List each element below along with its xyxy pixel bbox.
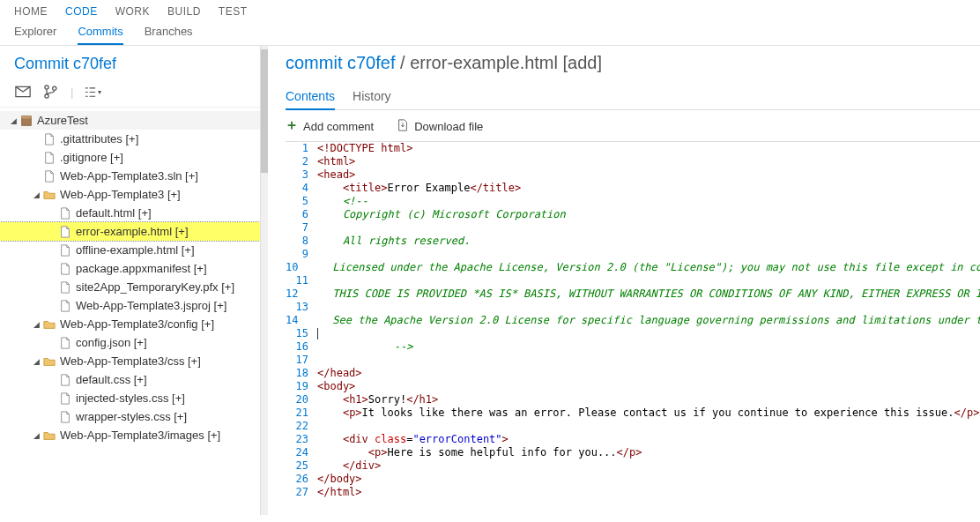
- line-number: 12: [286, 287, 307, 301]
- line-number: 5: [286, 195, 317, 208]
- top-nav: HOMECODEWORKBUILDTEST: [0, 0, 980, 21]
- code-line[interactable]: 8 All rights reserved.: [286, 235, 980, 248]
- topnav-work[interactable]: WORK: [115, 5, 150, 18]
- line-number: 14: [286, 314, 307, 327]
- mail-icon[interactable]: [14, 84, 32, 100]
- code-line[interactable]: 27</html>: [286, 486, 980, 499]
- code-line[interactable]: 19<body>: [286, 380, 980, 393]
- expand-caret-icon[interactable]: ◢: [30, 320, 42, 329]
- code-line[interactable]: 13: [286, 301, 980, 314]
- topnav-test[interactable]: TEST: [219, 5, 248, 18]
- code-line[interactable]: 11: [286, 274, 980, 287]
- expand-caret-icon[interactable]: ◢: [30, 357, 42, 366]
- code-line[interactable]: 10 Licensed under the Apache License, Ve…: [286, 261, 980, 274]
- code-line[interactable]: 20 <h1>Sorry!</h1>: [286, 393, 980, 406]
- line-number: 22: [286, 420, 317, 433]
- code-line[interactable]: 26</body>: [286, 473, 980, 486]
- download-file-button[interactable]: Download file: [397, 119, 483, 134]
- code-line[interactable]: 17: [286, 354, 980, 367]
- tree-item-label: offline-example.html [+]: [76, 243, 195, 257]
- tree-item[interactable]: ◢Web-App-Template3 [+]: [0, 185, 260, 204]
- tree-item-label: Web-App-Template3 [+]: [60, 188, 181, 201]
- code-content: All rights reserved.: [317, 235, 470, 248]
- code-line[interactable]: 9: [286, 248, 980, 261]
- plus-comment-icon: [286, 119, 298, 134]
- tree-item[interactable]: ◢Web-App-Template3/config [+]: [0, 315, 260, 333]
- tree-item-label: injected-styles.css [+]: [76, 392, 185, 405]
- file-icon: [42, 132, 56, 145]
- expand-caret-icon[interactable]: ◢: [7, 116, 19, 125]
- code-line[interactable]: 24 <p>Here is some helpful info for you.…: [286, 446, 980, 459]
- code-content: <h1>Sorry!</h1>: [317, 393, 438, 406]
- code-content: <!--: [317, 195, 368, 208]
- topnav-code[interactable]: CODE: [65, 5, 98, 18]
- tree-item[interactable]: ▶default.css [+]: [0, 370, 260, 389]
- tree-item[interactable]: ▶wrapper-styles.css [+]: [0, 407, 260, 426]
- file-tree: ◢AzureTest▶.gitattributes [+]▶.gitignore…: [0, 108, 260, 448]
- code-line[interactable]: 14 See the Apache Version 2.0 License fo…: [286, 314, 980, 327]
- commit-title[interactable]: Commit c70fef: [0, 46, 260, 80]
- branch-icon[interactable]: [42, 84, 60, 100]
- tree-item[interactable]: ◢AzureTest: [0, 111, 260, 130]
- line-number: 21: [286, 406, 317, 420]
- tree-item[interactable]: ▶.gitignore [+]: [0, 148, 260, 167]
- code-content: </body>: [317, 473, 362, 486]
- add-comment-button[interactable]: Add comment: [286, 119, 374, 134]
- code-line[interactable]: 16 -->: [286, 340, 980, 354]
- tree-item[interactable]: ▶Web-App-Template3.jsproj [+]: [0, 296, 260, 315]
- code-line[interactable]: 5 <!--: [286, 195, 980, 208]
- code-content: </html>: [317, 486, 362, 499]
- code-line[interactable]: 6 Copyright (c) Microsoft Corporation: [286, 208, 980, 221]
- code-line[interactable]: 12 THIS CODE IS PROVIDED *AS IS* BASIS, …: [286, 287, 980, 301]
- code-content: Licensed under the Apache License, Versi…: [307, 261, 980, 274]
- code-line[interactable]: 23 <div class="errorContent">: [286, 433, 980, 446]
- tree-item[interactable]: ▶error-example.html [+]: [0, 222, 260, 241]
- tree-view-icon[interactable]: ▾: [84, 84, 101, 100]
- code-line[interactable]: 25 </div>: [286, 459, 980, 473]
- subnav-commits[interactable]: Commits: [78, 25, 122, 45]
- tree-item[interactable]: ▶.gitattributes [+]: [0, 130, 260, 148]
- line-number: 15: [286, 327, 317, 340]
- line-number: 23: [286, 433, 317, 446]
- code-line[interactable]: 4 <title>Error Example</title>: [286, 182, 980, 195]
- code-line[interactable]: 1<!DOCTYPE html>: [286, 142, 980, 155]
- file-icon: [58, 206, 71, 220]
- code-line[interactable]: 21 <p>It looks like there was an error. …: [286, 406, 980, 420]
- breadcrumb-commit-link[interactable]: commit c70fef: [286, 53, 395, 72]
- tree-item[interactable]: ▶default.html [+]: [0, 204, 260, 222]
- sidebar-scrollbar[interactable]: [261, 46, 268, 515]
- file-icon: [58, 262, 71, 275]
- subnav-explorer[interactable]: Explorer: [14, 25, 56, 45]
- tree-item[interactable]: ▶package.appxmanifest [+]: [0, 259, 260, 278]
- topnav-home[interactable]: HOME: [14, 5, 48, 18]
- tree-item[interactable]: ◢Web-App-Template3/images [+]: [0, 426, 260, 444]
- code-line[interactable]: 3<head>: [286, 168, 980, 182]
- expand-caret-icon[interactable]: ◢: [30, 190, 42, 199]
- tree-item[interactable]: ▶offline-example.html [+]: [0, 241, 260, 259]
- tree-item[interactable]: ▶injected-styles.css [+]: [0, 389, 260, 407]
- tree-item-label: default.html [+]: [76, 206, 152, 220]
- code-viewer[interactable]: 1<!DOCTYPE html>2<html>3<head>4 <title>E…: [286, 141, 980, 499]
- tree-item[interactable]: ▶Web-App-Template3.sln [+]: [0, 167, 260, 185]
- tree-item[interactable]: ▶site2App_TemporaryKey.pfx [+]: [0, 278, 260, 296]
- folder-icon: [42, 429, 56, 442]
- code-line[interactable]: 22: [286, 420, 980, 433]
- sidebar-toolbar: | ▾: [0, 80, 260, 108]
- code-line[interactable]: 15: [286, 327, 980, 340]
- svg-rect-5: [21, 116, 31, 118]
- tree-item[interactable]: ◢Web-App-Template3/css [+]: [0, 352, 260, 370]
- subnav-branches[interactable]: Branches: [145, 25, 193, 45]
- code-line[interactable]: 18</head>: [286, 367, 980, 380]
- code-content: <body>: [317, 380, 355, 393]
- folder-icon: [42, 354, 56, 368]
- expand-caret-icon[interactable]: ◢: [30, 431, 42, 440]
- tab-contents[interactable]: Contents: [286, 84, 335, 110]
- sub-nav: ExplorerCommitsBranches: [0, 21, 980, 46]
- code-line[interactable]: 2<html>: [286, 155, 980, 168]
- tree-item-label: Web-App-Template3/images [+]: [60, 429, 220, 442]
- tab-history[interactable]: History: [353, 84, 391, 109]
- tree-item[interactable]: ▶config.json [+]: [0, 333, 260, 352]
- code-line[interactable]: 7: [286, 221, 980, 235]
- tree-item-label: Web-App-Template3/config [+]: [60, 317, 214, 331]
- topnav-build[interactable]: BUILD: [167, 5, 201, 18]
